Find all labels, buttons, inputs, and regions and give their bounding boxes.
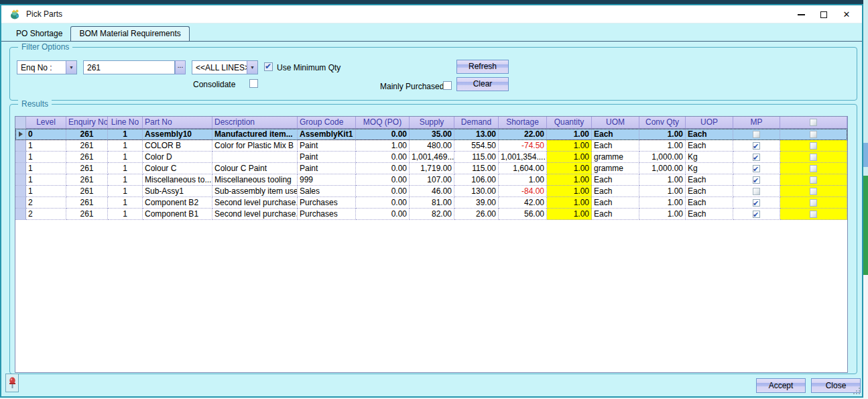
cell-group_code[interactable]: Purchases [298,197,356,209]
field-selector-combo[interactable]: Enq No : ▼ [17,60,77,74]
cell-moq_po[interactable]: 0.00 [356,152,410,163]
row-header-cell[interactable] [15,174,26,186]
cell-demand[interactable]: 26.00 [454,209,499,220]
cell-mp[interactable] [733,197,780,209]
chevron-down-icon[interactable]: ▼ [247,61,257,74]
cell-supply[interactable]: 81.00 [410,197,454,209]
table-row[interactable]: 12611Colour CColour C PaintPaint0.001,71… [15,163,847,174]
mp-checkbox[interactable] [753,154,760,161]
column-header-uop[interactable]: UOP [686,117,733,129]
cell-group_code[interactable]: Sales [298,186,356,197]
cell-demand[interactable]: 39.00 [454,197,499,209]
cell-mp[interactable] [733,152,780,163]
cell-level[interactable]: 1 [26,152,66,163]
clear-button[interactable]: Clear [456,77,509,91]
cell-level[interactable]: 0 [26,129,66,140]
cell-uom[interactable]: Each [592,129,639,140]
table-row[interactable]: 22611Component B1Second level purchase..… [15,209,847,220]
cell-shortage[interactable]: 22.00 [499,129,547,140]
cell-enquiry_no[interactable]: 261 [66,152,108,163]
cell-group_code[interactable]: 999 [298,174,356,186]
table-row[interactable]: 12611Sub-Assy1Sub-assembly item use...Sa… [15,186,847,197]
cell-shortage[interactable]: -74.50 [499,140,547,152]
cell-description[interactable]: Color for Plastic Mix B [212,140,298,152]
cell-mp[interactable] [733,163,780,174]
close-button[interactable]: ✕ [835,7,858,23]
cell-conv_qty[interactable]: 1,000.00 [639,163,686,174]
cell-uop[interactable]: Each [686,209,733,220]
mp-checkbox[interactable] [753,131,760,138]
cell-mp[interactable] [733,140,780,152]
browse-ellipsis-button[interactable]: ... [175,60,186,74]
cell-demand[interactable]: 115.00 [454,152,499,163]
cell-line_no[interactable]: 1 [108,174,143,186]
cell-enquiry_no[interactable]: 261 [66,129,108,140]
cell-supply[interactable]: 107.00 [410,174,454,186]
row-header-cell[interactable] [15,152,26,163]
cell-moq_po[interactable]: 0.00 [356,209,410,220]
cell-uom[interactable]: Each [592,186,639,197]
cell-line_no[interactable]: 1 [108,209,143,220]
cell-uom[interactable]: Each [592,209,639,220]
cell-description[interactable] [212,152,298,163]
cell-quantity[interactable]: 1.00 [547,209,592,220]
cell-supply[interactable]: 35.00 [410,129,454,140]
select-all-checkbox[interactable] [810,119,817,126]
column-header-shortage[interactable]: Shortage [499,117,547,129]
row-header-cell[interactable] [15,140,26,152]
cell-conv_qty[interactable]: 1.00 [639,140,686,152]
cell-part_no[interactable]: Miscellaneous to... [143,174,212,186]
use-minimum-qty-checkbox[interactable] [264,62,273,71]
cell-part_no[interactable]: Assembly10 [143,129,212,140]
cell-supply[interactable]: 82.00 [410,209,454,220]
cell-conv_qty[interactable]: 1.00 [639,209,686,220]
cell-enquiry_no[interactable]: 261 [66,140,108,152]
column-header-enquiry_no[interactable]: Enquiry No [66,117,108,129]
cell-moq_po[interactable]: 1.00 [356,140,410,152]
chevron-down-icon[interactable]: ▼ [66,61,76,74]
cell-part_no[interactable]: COLOR B [143,140,212,152]
tab-bom-material-requirements[interactable]: BOM Material Requirements [70,26,189,41]
cell-level[interactable]: 1 [26,163,66,174]
cell-group_code[interactable]: Paint [298,152,356,163]
table-row[interactable]: 12611COLOR BColor for Plastic Mix BPaint… [15,140,847,152]
mp-checkbox[interactable] [753,142,760,150]
cell-group_code[interactable]: Purchases [298,209,356,220]
table-row[interactable]: 12611Miscellaneous to...Miscellaneous to… [15,174,847,186]
cell-select[interactable] [780,186,847,197]
cell-demand[interactable]: 115.00 [454,163,499,174]
minimize-button[interactable] [790,7,812,23]
cell-group_code[interactable]: AssemblyKit1 [298,129,356,140]
row-select-checkbox[interactable] [810,188,817,195]
cell-mp[interactable] [733,129,780,140]
cell-level[interactable]: 2 [26,209,66,220]
cell-mp[interactable] [733,174,780,186]
cell-part_no[interactable]: Component B1 [143,209,212,220]
row-select-checkbox[interactable] [810,199,817,207]
cell-uom[interactable]: Each [592,140,639,152]
cell-conv_qty[interactable]: 1.00 [639,174,686,186]
row-select-checkbox[interactable] [810,154,817,161]
cell-description[interactable]: Manufactured item... [212,129,298,140]
column-header-quantity[interactable]: Quantity [547,117,592,129]
cell-supply[interactable]: 46.00 [410,186,454,197]
cell-demand[interactable]: 554.50 [454,140,499,152]
cell-quantity[interactable]: 1.00 [547,186,592,197]
cell-moq_po[interactable]: 0.00 [356,163,410,174]
cell-line_no[interactable]: 1 [108,197,143,209]
row-select-checkbox[interactable] [810,176,817,184]
cell-supply[interactable]: 1,719.00 [410,163,454,174]
cell-enquiry_no[interactable]: 261 [66,197,108,209]
cell-enquiry_no[interactable]: 261 [66,174,108,186]
column-header-select-all[interactable] [780,117,847,129]
cell-quantity[interactable]: 1.00 [547,174,592,186]
cell-demand[interactable]: 13.00 [454,129,499,140]
cell-uop[interactable]: Each [686,186,733,197]
cell-group_code[interactable]: Paint [298,163,356,174]
cell-conv_qty[interactable]: 1.00 [639,197,686,209]
cell-level[interactable]: 2 [26,197,66,209]
row-header-cell[interactable] [15,186,26,197]
cell-description[interactable]: Sub-assembly item use... [212,186,298,197]
cell-mp[interactable] [733,186,780,197]
cell-description[interactable]: Second level purchase... [212,197,298,209]
